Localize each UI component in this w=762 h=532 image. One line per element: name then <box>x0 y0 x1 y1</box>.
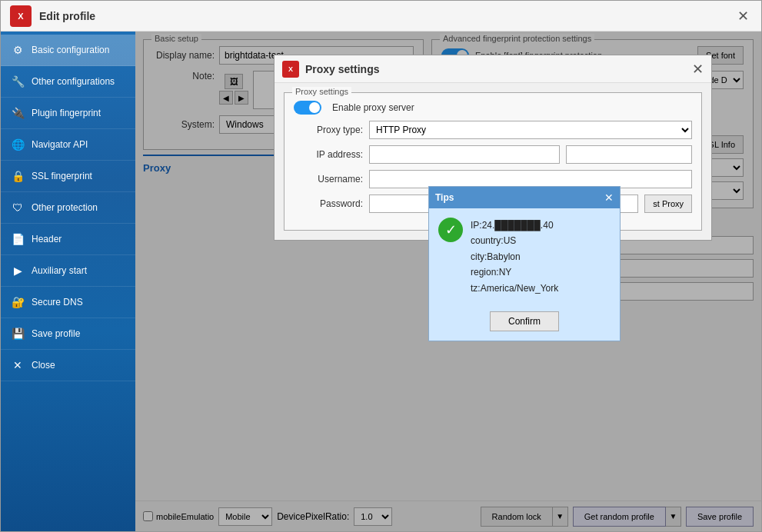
proxy-password-label: Password: <box>294 198 363 209</box>
other-protection-icon: 🛡 <box>10 200 25 215</box>
basic-config-icon: ⚙ <box>10 42 25 58</box>
proxy-type-select[interactable]: HTTP Proxy SOCKS5 SOCKS4 <box>369 121 692 139</box>
tips-tz-line: tz:America/New_York <box>471 281 558 296</box>
proxy-enable-row: Enable proxy server <box>294 101 692 115</box>
sidebar-item-plugin-fp[interactable]: 🔌 Plugin fingerprint <box>1 98 135 129</box>
tips-footer: Confirm <box>429 305 620 341</box>
header-icon: 📄 <box>10 231 25 247</box>
sidebar-label-ssl-fp: SSL fingerprint <box>32 171 92 181</box>
proxy-modal: X Proxy settings ✕ Proxy settings Enable… <box>274 55 712 241</box>
sidebar-label-save-profile: Save profile <box>32 328 80 339</box>
tips-region-line: region:NY <box>471 264 558 280</box>
tips-title-bar: Tips ✕ <box>429 187 620 208</box>
proxy-type-label: Proxy type: <box>294 125 363 135</box>
tips-body: ✓ IP:24.███████.40 country:US city:Babyl… <box>429 208 620 305</box>
other-configs-icon: 🔧 <box>10 74 25 89</box>
title-bar: X Edit profile ✕ <box>1 1 761 32</box>
proxy-settings-legend: Proxy settings <box>292 87 351 96</box>
sidebar-label-close: Close <box>32 360 55 371</box>
proxy-port-input[interactable] <box>566 145 692 164</box>
main-window: X Edit profile ✕ ⚙ Basic configuration 🔧… <box>0 0 762 532</box>
test-proxy-button[interactable]: st Proxy <box>644 195 692 213</box>
navigator-api-icon: 🌐 <box>10 137 25 152</box>
sidebar-item-basic-config[interactable]: ⚙ Basic configuration <box>1 35 135 66</box>
proxy-modal-close-button[interactable]: ✕ <box>692 61 704 78</box>
sidebar-label-plugin-fp: Plugin fingerprint <box>32 108 101 118</box>
sidebar-label-secure-dns: Secure DNS <box>32 297 83 308</box>
sidebar-item-auxiliary-start[interactable]: ▶ Auxiliary start <box>1 255 135 287</box>
plugin-fp-icon: 🔌 <box>10 105 25 121</box>
sidebar-label-other-protection: Other protection <box>32 202 98 213</box>
sidebar-label-basic-config: Basic configuration <box>32 45 109 55</box>
main-content: ⚙ Basic configuration 🔧 Other configurat… <box>1 32 761 531</box>
tips-country-line: country:US <box>471 233 558 248</box>
window-close-button[interactable]: ✕ <box>734 7 752 25</box>
window-title: Edit profile <box>39 10 726 22</box>
auxiliary-start-icon: ▶ <box>10 263 25 278</box>
sidebar-item-other-configs[interactable]: 🔧 Other configurations <box>1 66 135 98</box>
proxy-ip-row: IP address: <box>294 145 692 164</box>
proxy-modal-logo: X <box>282 61 299 78</box>
tips-content: IP:24.███████.40 country:US city:Babylon… <box>471 218 558 296</box>
sidebar-item-close[interactable]: ✕ Close <box>1 350 135 381</box>
tips-ip-line: IP:24.███████.40 <box>471 218 558 233</box>
proxy-type-row: Proxy type: HTTP Proxy SOCKS5 SOCKS4 <box>294 121 692 139</box>
proxy-ip-label: IP address: <box>294 149 363 160</box>
tips-close-button[interactable]: ✕ <box>604 191 614 204</box>
sidebar-label-header: Header <box>32 234 62 244</box>
proxy-modal-title: Proxy settings <box>305 63 686 75</box>
proxy-enable-label: Enable proxy server <box>332 102 414 113</box>
tips-city-line: city:Babylon <box>471 249 558 264</box>
sidebar-label-other-configs: Other configurations <box>32 76 115 87</box>
sidebar-label-auxiliary-start: Auxiliary start <box>32 265 87 276</box>
tips-popup: Tips ✕ ✓ IP:24.███████.40 country:US cit… <box>428 186 621 341</box>
proxy-modal-title-bar: X Proxy settings ✕ <box>275 55 711 83</box>
close-sidebar-icon: ✕ <box>10 357 25 373</box>
sidebar-item-other-protection[interactable]: 🛡 Other protection <box>1 192 135 224</box>
sidebar-item-save-profile[interactable]: 💾 Save profile <box>1 318 135 350</box>
sidebar-item-secure-dns[interactable]: 🔐 Secure DNS <box>1 287 135 318</box>
proxy-modal-overlay: X Proxy settings ✕ Proxy settings Enable… <box>135 32 761 531</box>
secure-dns-icon: 🔐 <box>10 294 25 310</box>
sidebar-label-navigator-api: Navigator API <box>32 139 88 150</box>
proxy-ip-input[interactable] <box>369 145 560 164</box>
tips-title: Tips <box>435 192 454 203</box>
proxy-username-label: Username: <box>294 174 363 185</box>
main-area: Basic setup Display name: Note: 🖼 ◀ <box>135 32 761 531</box>
proxy-enable-toggle[interactable] <box>294 101 321 115</box>
tips-confirm-button[interactable]: Confirm <box>490 311 559 331</box>
save-profile-icon: 💾 <box>10 326 25 341</box>
app-logo-icon: X <box>10 5 32 27</box>
sidebar: ⚙ Basic configuration 🔧 Other configurat… <box>1 32 135 531</box>
tips-check-icon: ✓ <box>438 218 463 242</box>
sidebar-item-ssl-fp[interactable]: 🔒 SSL fingerprint <box>1 161 135 192</box>
sidebar-item-navigator-api[interactable]: 🌐 Navigator API <box>1 129 135 161</box>
sidebar-item-header[interactable]: 📄 Header <box>1 224 135 255</box>
ssl-fp-icon: 🔒 <box>10 168 25 184</box>
